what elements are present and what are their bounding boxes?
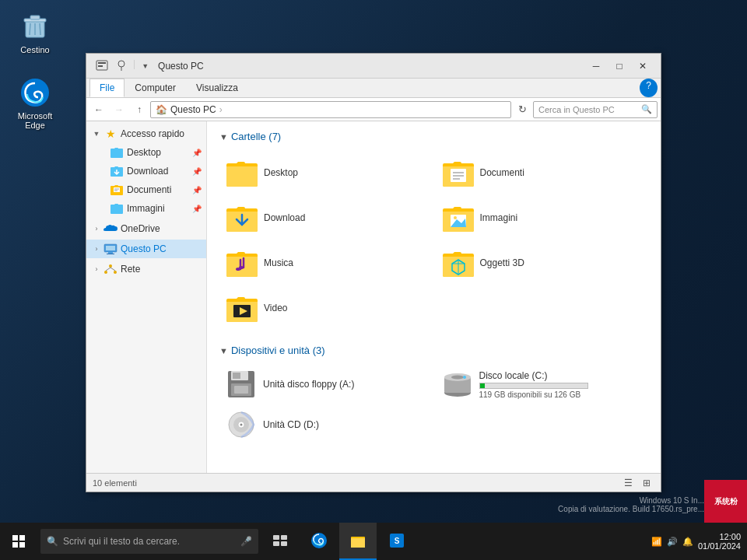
desktop-icon-edge[interactable]: Microsoft Edge: [8, 74, 62, 133]
quick-access-dropdown-btn[interactable]: ▼: [139, 58, 152, 74]
sidebar-item-quick-access[interactable]: ▼ ★ Accesso rapido: [86, 124, 206, 143]
sidebar-item-rete[interactable]: › Rete: [86, 260, 206, 278]
tab-computer[interactable]: Computer: [124, 79, 186, 97]
disk-item-floppy[interactable]: Unità disco floppy (A:): [219, 366, 433, 403]
taskbar-search-placeholder: Scrivi qui il testo da cercare.: [63, 536, 180, 547]
folder-item-desktop[interactable]: Desktop: [219, 152, 433, 194]
breadcrumb-home-icon: 🏠: [156, 104, 167, 115]
sidebar-item-onedrive[interactable]: › OneDrive: [86, 219, 206, 238]
minimize-button[interactable]: ─: [584, 54, 608, 78]
forward-button[interactable]: →: [110, 100, 128, 119]
taskbar-search[interactable]: 🔍 Scrivi qui il testo da cercare. 🎤: [40, 529, 258, 554]
sidebar: ▼ ★ Accesso rapido Desktop 📌: [86, 121, 207, 473]
svg-rect-52: [273, 535, 279, 540]
notifications-icon[interactable]: 🔔: [682, 537, 693, 547]
network-icon[interactable]: 📶: [651, 537, 662, 547]
address-path[interactable]: 🏠 Questo PC ›: [150, 101, 511, 118]
help-button[interactable]: ?: [640, 79, 658, 97]
maximize-button[interactable]: □: [608, 54, 631, 78]
sidebar-item-immagini[interactable]: Immagini 📌: [86, 199, 206, 218]
taskbar-task-view[interactable]: [261, 523, 299, 560]
svg-line-23: [110, 268, 115, 271]
desktop-icon-recycle-bin[interactable]: Cestino: [8, 8, 62, 58]
folder-item-immagini[interactable]: Immagini: [436, 197, 649, 239]
refresh-button[interactable]: ↻: [513, 100, 531, 119]
pin-icon-documenti: 📌: [192, 186, 202, 194]
svg-point-51: [240, 424, 243, 426]
svg-line-3: [30, 23, 30, 35]
watermark: Windows 10 S In... Copia di valutazione.…: [558, 496, 704, 513]
sidebar-label-questo-pc: Questo PC: [121, 243, 167, 254]
back-button[interactable]: ←: [89, 100, 108, 119]
svg-rect-16: [106, 246, 115, 250]
quick-access-props-btn[interactable]: [93, 58, 111, 74]
view-icons-button[interactable]: ⊞: [639, 475, 654, 491]
tab-visualizza[interactable]: Visualizza: [186, 79, 248, 97]
title-text: Questo PC: [158, 61, 584, 72]
watermark-line1: Windows 10 S In...: [558, 496, 704, 505]
folder-item-download[interactable]: Download: [219, 197, 433, 239]
section-toggle-cartelle[interactable]: ▼: [219, 132, 228, 142]
ribbon: File Computer Visualizza ?: [86, 79, 661, 98]
taskbar-app-explorer[interactable]: [339, 523, 377, 560]
svg-rect-40: [233, 373, 240, 379]
svg-rect-42: [234, 386, 248, 394]
sidebar-group-onedrive: › OneDrive: [86, 219, 206, 238]
folder-icon-video-main: [226, 292, 258, 324]
search-icon: 🔍: [641, 104, 652, 114]
section-toggle-dispositivi[interactable]: ▼: [219, 346, 228, 355]
view-details-button[interactable]: ☰: [620, 475, 636, 491]
time-display: 12:00 01/01/2024: [698, 532, 741, 551]
svg-rect-18: [107, 254, 114, 254]
folder-item-oggetti3d[interactable]: Oggetti 3D: [436, 242, 649, 284]
volume-icon[interactable]: 🔊: [667, 537, 678, 547]
main-content: ▼ Cartelle (7) Desktop: [207, 121, 661, 473]
section-header-cartelle: ▼ Cartelle (7): [219, 128, 648, 145]
search-box[interactable]: Cerca in Questo PC 🔍: [533, 101, 658, 118]
svg-line-22: [106, 268, 110, 271]
sidebar-item-questo-pc[interactable]: › Questo PC: [86, 240, 206, 258]
folder-item-video[interactable]: Video: [219, 287, 433, 329]
folder-item-documenti[interactable]: Documenti: [436, 152, 649, 194]
edge-icon: [19, 77, 51, 108]
folder-name-documenti: Documenti: [480, 167, 524, 178]
start-button[interactable]: [0, 523, 37, 560]
disk-item-cd[interactable]: Unità CD (D:): [219, 406, 433, 443]
recycle-bin-label: Cestino: [20, 45, 49, 54]
sidebar-label-quick-access: Accesso rapido: [121, 128, 184, 139]
quick-access-pin-btn[interactable]: [113, 58, 130, 74]
taskbar-search-icon: 🔍: [47, 536, 58, 547]
svg-point-32: [239, 266, 244, 269]
folder-name-video: Video: [264, 303, 287, 313]
expand-icon-rete: ›: [91, 264, 102, 275]
title-bar: | ▼ Questo PC ─ □ ✕: [86, 54, 661, 79]
folder-item-musica[interactable]: Musica: [219, 242, 433, 284]
taskbar-app-store[interactable]: S: [378, 523, 416, 560]
folder-name-desktop: Desktop: [264, 167, 298, 178]
sidebar-item-documenti[interactable]: Documenti 📌: [86, 180, 206, 199]
svg-text:S: S: [395, 537, 400, 545]
sidebar-item-desktop[interactable]: Desktop 📌: [86, 143, 206, 162]
star-icon: ★: [103, 127, 117, 141]
taskbar-app-edge[interactable]: [300, 523, 338, 560]
folder-name-musica: Musica: [264, 257, 293, 268]
folder-icon-download-main: [226, 202, 258, 233]
svg-point-21: [114, 271, 117, 274]
folder-icon-documenti-main: [443, 157, 474, 188]
ribbon-tabs: File Computer Visualizza ?: [86, 79, 661, 97]
folder-icon-desktop-main: [226, 157, 258, 188]
disk-item-c[interactable]: Disco locale (C:) 119 GB disponibili su …: [436, 366, 649, 403]
brand-logo: 系统粉: [704, 480, 747, 523]
tab-file[interactable]: File: [89, 79, 124, 97]
taskbar-apps: S: [261, 523, 416, 560]
svg-point-30: [454, 216, 457, 219]
up-button[interactable]: ↑: [130, 100, 149, 119]
close-button[interactable]: ✕: [631, 54, 654, 78]
pin-icon-immagini: 📌: [192, 205, 202, 213]
quick-access-separator: |: [133, 58, 135, 74]
svg-rect-2: [30, 16, 40, 19]
sidebar-item-download[interactable]: Download 📌: [86, 162, 206, 180]
breadcrumb-separator: ›: [219, 104, 223, 115]
pin-icon-desktop: 📌: [192, 149, 202, 157]
svg-rect-53: [281, 535, 287, 540]
